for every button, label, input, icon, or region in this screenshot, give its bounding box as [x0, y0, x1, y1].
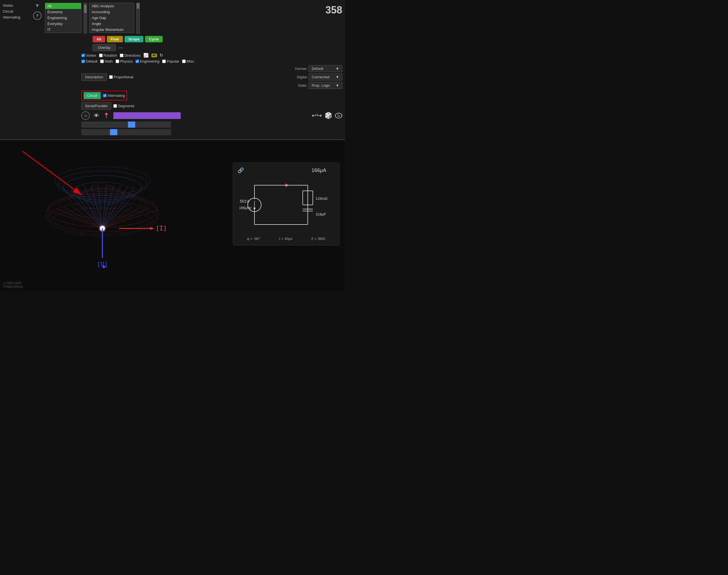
serial-parallel-button[interactable]: Serial/Parallel [81, 102, 111, 110]
svg-text:126mΩ: 126mΩ [316, 197, 328, 201]
4k-badge: 4K [151, 54, 157, 57]
cat-accounting[interactable]: Accounting [90, 9, 134, 15]
check-engineering[interactable]: Engineering [136, 59, 159, 63]
human-dropdown-row: Human Default ▼ [287, 65, 342, 72]
cat-agegap[interactable]: Age Gap [90, 15, 134, 21]
cat-it[interactable]: IT [45, 27, 81, 33]
blue-connector-icon: [U] [97, 261, 108, 268]
filter-cycle-button[interactable]: Cycle [145, 36, 163, 42]
highlight-box: Circuit Alternating [81, 91, 127, 100]
svg-point-27 [58, 171, 147, 198]
cat-abc[interactable]: ABC-Analysis [90, 3, 134, 9]
svg-text:166μHz: 166μHz [239, 206, 252, 210]
check-rotation[interactable]: Rotation [99, 53, 117, 58]
static-dropdown-row: Static Prop. Logic ▼ [287, 82, 342, 89]
overlay-button[interactable]: Overlay [93, 44, 116, 51]
svg-point-23 [72, 182, 133, 202]
cat-engineering[interactable]: Engineering [45, 15, 81, 21]
cube-icon[interactable]: 🎲 [324, 112, 332, 119]
svg-point-26 [95, 202, 110, 207]
description-button[interactable]: Description [81, 73, 107, 81]
cat-everyday[interactable]: Everyday [45, 21, 81, 27]
eye-icon[interactable]: 👁 [94, 112, 99, 119]
left-labels: Vortex Circuit Alternating [3, 3, 31, 20]
label-alternating: Alternating [3, 14, 31, 21]
check-math[interactable]: Math [100, 59, 113, 63]
cat-angle[interactable]: Angle [90, 21, 134, 27]
svg-line-33 [91, 185, 102, 229]
svg-marker-42 [150, 227, 154, 230]
help-button[interactable]: ? [33, 11, 41, 20]
check-physics[interactable]: Physics [115, 59, 133, 63]
link-icon[interactable]: 🔗 [238, 167, 244, 173]
check-misc[interactable]: Misc. [182, 59, 195, 63]
svg-text:318μF: 318μF [316, 212, 326, 216]
tau-value: τ = 40μs [279, 237, 292, 241]
svg-line-12 [102, 207, 107, 229]
count-display: 358 [325, 4, 342, 16]
progress-fill-1 [128, 122, 135, 128]
filter-scope-button[interactable]: Scope [125, 36, 143, 42]
checkboxes-row1: Vortex Rotation Directions 📈 4K ↻ [81, 53, 342, 58]
filter-flow-button[interactable]: Flow [107, 36, 123, 42]
rotate-icon[interactable]: ↩↪ [312, 112, 322, 119]
filter-buttons-row: All Flow Scope Cycle [93, 36, 342, 42]
cat-economy[interactable]: Economy [45, 9, 81, 15]
serial-row: Serial/Parallel Segments [81, 102, 342, 110]
svg-line-11 [98, 207, 102, 229]
svg-point-44 [102, 266, 105, 268]
right-dropdowns: Human Default ▼ Digital Connected ▼ Stat… [287, 65, 342, 89]
no-icon[interactable]: ⊘ [81, 111, 90, 120]
svg-text:501V: 501V [240, 199, 249, 203]
svg-point-0 [48, 193, 157, 227]
check-directions[interactable]: Directions [120, 53, 141, 58]
cat-angular[interactable]: Angular Momentum [90, 27, 134, 33]
filter-all-button[interactable]: All [93, 36, 105, 42]
static-select[interactable]: Prop. Logic ▼ [309, 82, 342, 89]
2x-badge[interactable]: 2x [335, 113, 342, 119]
chart-icon: 📈 [143, 53, 149, 58]
viz-area: [I] [U] [0, 140, 205, 292]
label-vortex: Vortex [3, 3, 31, 9]
check-segments[interactable]: Segments [113, 104, 134, 108]
bottom-panel: [I] [U] 🔗 166μA [0, 140, 345, 292]
label-circuit: Circuit [3, 9, 31, 14]
impedance-value: Z = 3MΩ [311, 237, 325, 241]
digital-select[interactable]: Connected ▼ [309, 73, 342, 80]
digital-label: Digital [287, 75, 307, 79]
pin-icon[interactable]: 📍 [103, 112, 109, 119]
copyright: © 2003-2025 Philipp Elhaus [3, 281, 23, 288]
svg-marker-48 [285, 183, 289, 187]
refresh-icon[interactable]: ↻ [160, 53, 163, 58]
category-row: Vortex Circuit Alternating ▼ ? All Econo… [3, 3, 342, 34]
right-icon-group: ↩↪ 🎲 2x [312, 112, 342, 119]
progress-track-1 [81, 122, 171, 128]
circuit-top: 🔗 166μA [238, 167, 335, 173]
copyright-line1: © 2003-2025 [3, 281, 23, 285]
overlay-row: Overlay — [93, 44, 342, 51]
svg-marker-55 [253, 208, 255, 210]
check-alternating[interactable]: Alternating [103, 94, 125, 98]
human-label: Human [287, 67, 307, 71]
check-default[interactable]: Default [81, 59, 97, 63]
circuit-button[interactable]: Circuit [83, 92, 101, 99]
check-proportional[interactable]: Proportional [109, 75, 133, 79]
circuit-row: Circuit Alternating [81, 91, 342, 100]
progress-row-2 [81, 129, 342, 135]
digital-dropdown-row: Digital Connected ▼ [287, 73, 342, 80]
svg-line-32 [84, 186, 102, 229]
top-panel: Vortex Circuit Alternating ▼ ? All Econo… [0, 0, 345, 140]
human-select[interactable]: Default ▼ [309, 65, 342, 72]
svg-line-31 [77, 186, 102, 229]
controls-row1: Description Proportional Human Default ▼… [81, 65, 342, 89]
cat-all[interactable]: All [45, 3, 81, 9]
circuit-panel: 🔗 166μA [233, 163, 340, 245]
svg-point-25 [88, 195, 117, 205]
circuit-bottom-values: φ = -90° τ = 40μs Z = 3MΩ [238, 237, 335, 241]
svg-line-38 [102, 186, 128, 229]
icons-row: ⊘ 👁 📍 ↩↪ 🎲 2x [81, 111, 342, 120]
check-popular[interactable]: Popular [162, 59, 179, 63]
progress-row-1 [81, 122, 342, 128]
check-vortex[interactable]: Vortex [81, 53, 96, 58]
copyright-line2: Philipp Elhaus [3, 285, 23, 288]
